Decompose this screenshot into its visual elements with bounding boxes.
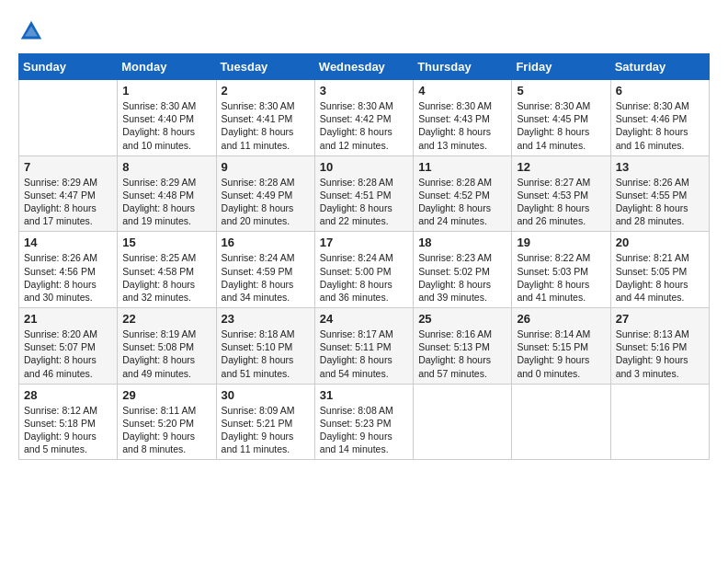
calendar-cell: 18Sunrise: 8:23 AM Sunset: 5:02 PM Dayli… [414,232,512,308]
day-number: 9 [222,160,310,174]
calendar-cell: 15Sunrise: 8:25 AM Sunset: 4:58 PM Dayli… [118,232,216,308]
cell-content: Sunrise: 8:18 AM Sunset: 5:10 PM Dayligh… [222,327,310,380]
calendar-cell: 13Sunrise: 8:26 AM Sunset: 4:55 PM Dayli… [610,155,709,232]
calendar-cell: 29Sunrise: 8:11 AM Sunset: 5:20 PM Dayli… [118,384,216,460]
calendar-cell: 24Sunrise: 8:17 AM Sunset: 5:11 PM Dayli… [314,308,413,385]
logo-icon [18,18,44,44]
cell-content: Sunrise: 8:24 AM Sunset: 4:59 PM Dayligh… [222,251,310,304]
logo [18,18,48,44]
calendar-cell: 17Sunrise: 8:24 AM Sunset: 5:00 PM Dayli… [314,232,413,308]
cell-content: Sunrise: 8:16 AM Sunset: 5:13 PM Dayligh… [418,327,506,380]
day-number: 5 [517,84,605,98]
day-number: 18 [418,236,506,249]
cell-content: Sunrise: 8:27 AM Sunset: 4:53 PM Dayligh… [517,176,605,228]
calendar-cell: 1Sunrise: 8:30 AM Sunset: 4:40 PM Daylig… [118,80,216,156]
calendar-cell: 16Sunrise: 8:24 AM Sunset: 4:59 PM Dayli… [216,232,314,308]
day-number: 30 [222,388,310,402]
day-number: 17 [320,236,408,249]
cell-content: Sunrise: 8:23 AM Sunset: 5:02 PM Dayligh… [418,251,506,304]
calendar-cell: 9Sunrise: 8:28 AM Sunset: 4:49 PM Daylig… [216,155,314,232]
day-number: 27 [616,312,704,326]
day-number: 6 [616,84,704,98]
calendar-cell: 14Sunrise: 8:26 AM Sunset: 4:56 PM Dayli… [19,232,118,308]
calendar-header-row: SundayMondayTuesdayWednesdayThursdayFrid… [19,54,710,80]
cell-content: Sunrise: 8:30 AM Sunset: 4:46 PM Dayligh… [616,99,704,152]
cell-content: Sunrise: 8:30 AM Sunset: 4:40 PM Dayligh… [122,99,210,152]
day-number: 25 [418,312,506,326]
cell-content: Sunrise: 8:14 AM Sunset: 5:15 PM Dayligh… [517,327,605,380]
cell-content: Sunrise: 8:30 AM Sunset: 4:42 PM Dayligh… [320,99,408,152]
cell-content: Sunrise: 8:08 AM Sunset: 5:23 PM Dayligh… [320,404,408,456]
cell-content: Sunrise: 8:28 AM Sunset: 4:49 PM Dayligh… [222,176,310,228]
day-number: 23 [222,312,310,326]
calendar-cell: 30Sunrise: 8:09 AM Sunset: 5:21 PM Dayli… [216,384,314,460]
calendar-week-row: 14Sunrise: 8:26 AM Sunset: 4:56 PM Dayli… [19,232,710,308]
day-number: 1 [122,84,210,98]
cell-content: Sunrise: 8:13 AM Sunset: 5:16 PM Dayligh… [616,327,704,380]
day-number: 24 [320,312,408,326]
calendar-cell: 12Sunrise: 8:27 AM Sunset: 4:53 PM Dayli… [512,155,610,232]
calendar-cell: 22Sunrise: 8:19 AM Sunset: 5:08 PM Dayli… [118,308,216,385]
day-number: 31 [320,388,408,402]
cell-content: Sunrise: 8:30 AM Sunset: 4:45 PM Dayligh… [517,99,605,152]
day-number: 15 [122,236,210,249]
calendar-cell: 5Sunrise: 8:30 AM Sunset: 4:45 PM Daylig… [512,80,610,156]
cell-content: Sunrise: 8:30 AM Sunset: 4:41 PM Dayligh… [222,99,310,152]
page-header [18,18,710,44]
calendar-cell: 6Sunrise: 8:30 AM Sunset: 4:46 PM Daylig… [610,80,709,156]
cell-content: Sunrise: 8:20 AM Sunset: 5:07 PM Dayligh… [24,327,112,380]
calendar-cell: 4Sunrise: 8:30 AM Sunset: 4:43 PM Daylig… [414,80,512,156]
day-number: 10 [320,160,408,174]
calendar-cell: 26Sunrise: 8:14 AM Sunset: 5:15 PM Dayli… [512,308,610,385]
day-number: 19 [517,236,605,249]
cell-content: Sunrise: 8:21 AM Sunset: 5:05 PM Dayligh… [616,251,704,304]
day-number: 28 [24,388,112,402]
day-number: 7 [24,160,112,174]
calendar-cell: 23Sunrise: 8:18 AM Sunset: 5:10 PM Dayli… [216,308,314,385]
cell-content: Sunrise: 8:19 AM Sunset: 5:08 PM Dayligh… [122,327,210,380]
calendar-cell: 8Sunrise: 8:29 AM Sunset: 4:48 PM Daylig… [118,155,216,232]
day-number: 16 [222,236,310,249]
calendar-cell: 25Sunrise: 8:16 AM Sunset: 5:13 PM Dayli… [414,308,512,385]
calendar-cell: 20Sunrise: 8:21 AM Sunset: 5:05 PM Dayli… [610,232,709,308]
day-number: 3 [320,84,408,98]
calendar-header-sunday: Sunday [19,54,118,80]
cell-content: Sunrise: 8:11 AM Sunset: 5:20 PM Dayligh… [122,404,210,456]
calendar-cell [610,384,709,460]
cell-content: Sunrise: 8:28 AM Sunset: 4:51 PM Dayligh… [320,176,408,228]
calendar-week-row: 7Sunrise: 8:29 AM Sunset: 4:47 PM Daylig… [19,155,710,232]
cell-content: Sunrise: 8:09 AM Sunset: 5:21 PM Dayligh… [222,404,310,456]
calendar-cell: 2Sunrise: 8:30 AM Sunset: 4:41 PM Daylig… [216,80,314,156]
calendar-header-thursday: Thursday [414,54,512,80]
cell-content: Sunrise: 8:25 AM Sunset: 4:58 PM Dayligh… [122,251,210,304]
calendar-cell: 27Sunrise: 8:13 AM Sunset: 5:16 PM Dayli… [610,308,709,385]
calendar-cell: 10Sunrise: 8:28 AM Sunset: 4:51 PM Dayli… [314,155,413,232]
cell-content: Sunrise: 8:22 AM Sunset: 5:03 PM Dayligh… [517,251,605,304]
day-number: 22 [122,312,210,326]
calendar-header-saturday: Saturday [610,54,709,80]
calendar-cell [19,80,118,156]
day-number: 26 [517,312,605,326]
day-number: 8 [122,160,210,174]
calendar-cell [512,384,610,460]
day-number: 4 [418,84,506,98]
calendar-cell: 31Sunrise: 8:08 AM Sunset: 5:23 PM Dayli… [314,384,413,460]
cell-content: Sunrise: 8:17 AM Sunset: 5:11 PM Dayligh… [320,327,408,380]
cell-content: Sunrise: 8:29 AM Sunset: 4:47 PM Dayligh… [24,176,112,228]
cell-content: Sunrise: 8:28 AM Sunset: 4:52 PM Dayligh… [418,176,506,228]
day-number: 21 [24,312,112,326]
calendar-week-row: 21Sunrise: 8:20 AM Sunset: 5:07 PM Dayli… [19,308,710,385]
calendar-header-monday: Monday [118,54,216,80]
calendar-header-wednesday: Wednesday [314,54,413,80]
calendar-cell: 21Sunrise: 8:20 AM Sunset: 5:07 PM Dayli… [19,308,118,385]
calendar-cell: 28Sunrise: 8:12 AM Sunset: 5:18 PM Dayli… [19,384,118,460]
cell-content: Sunrise: 8:29 AM Sunset: 4:48 PM Dayligh… [122,176,210,228]
calendar-week-row: 1Sunrise: 8:30 AM Sunset: 4:40 PM Daylig… [19,80,710,156]
cell-content: Sunrise: 8:24 AM Sunset: 5:00 PM Dayligh… [320,251,408,304]
cell-content: Sunrise: 8:26 AM Sunset: 4:55 PM Dayligh… [616,176,704,228]
day-number: 2 [222,84,310,98]
day-number: 13 [616,160,704,174]
cell-content: Sunrise: 8:12 AM Sunset: 5:18 PM Dayligh… [24,404,112,456]
calendar-cell [414,384,512,460]
day-number: 20 [616,236,704,249]
